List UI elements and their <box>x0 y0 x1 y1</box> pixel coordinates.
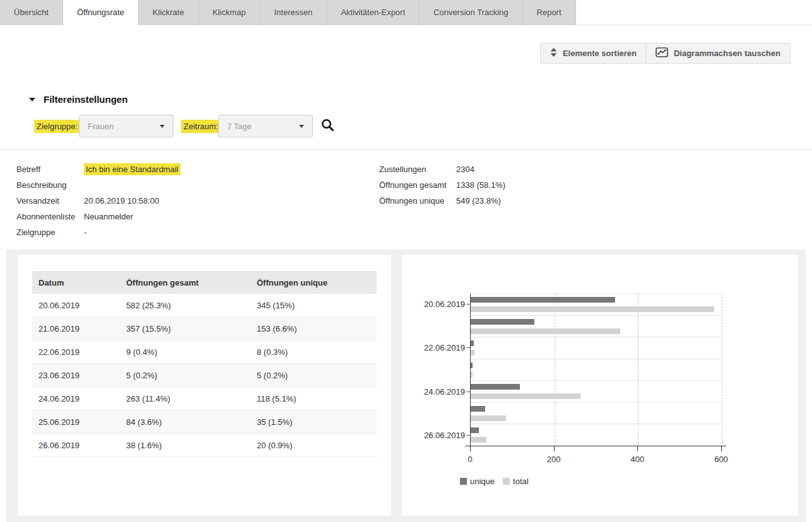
info-row-beschreibung: Beschreibung <box>16 177 180 193</box>
tab-bar: ÜbersichtÖffnungsrateKlickrateKlickmapIn… <box>0 0 812 25</box>
info-value: 1338 (58.1%) <box>456 180 505 190</box>
bar-unique-21-06-2019 <box>471 319 534 325</box>
tab-oeffnungsrate[interactable]: Öffnungsrate <box>63 0 139 25</box>
search-button[interactable] <box>320 118 335 133</box>
chart-plot <box>470 293 722 446</box>
chart-bar-group-26-06-2019 <box>471 424 722 446</box>
table-cell: 263 (11.4%) <box>120 387 250 410</box>
bar-total-25-06-2019 <box>471 415 506 421</box>
gridline-600 <box>722 294 722 446</box>
openings-chart-panel: 20.06.201922.06.201924.06.201926.06.2019… <box>402 255 798 516</box>
mailing-stats-right: Zustellungen2304Öffnungen gesamt1338 (58… <box>379 161 505 209</box>
info-value: 20.06.2019 10:58:00 <box>84 196 159 206</box>
info-label: Zielgruppe <box>16 228 84 237</box>
collapse-caret-icon <box>29 98 35 102</box>
tab-report[interactable]: Report <box>523 0 576 25</box>
table-cell: 38 (1.6%) <box>120 434 250 457</box>
info-label: Zustellungen <box>379 165 456 174</box>
swap-chart-axes-label: Diagrammachsen tauschen <box>674 49 780 58</box>
legend-item-unique: unique <box>460 477 495 486</box>
table-cell: 23.06.2019 <box>32 364 120 387</box>
chart-bar-group-20-06-2019 <box>471 294 722 316</box>
info-value: Ich bin eine Standardmail <box>84 165 180 174</box>
tab-interessen[interactable]: Interessen <box>260 0 327 25</box>
info-row-zustellungen: Zustellungen2304 <box>379 161 505 177</box>
legend-label: total <box>513 477 529 486</box>
table-cell: 20.06.2019 <box>32 294 120 317</box>
zeitraum-select[interactable]: 7 Tage <box>218 115 313 137</box>
zielgruppe-select[interactable]: Frauen <box>79 115 174 137</box>
zeitraum-selected-value: 7 Tage <box>227 122 252 131</box>
info-row-oeffnungen-gesamt: Öffnungen gesamt1338 (58.1%) <box>379 177 505 193</box>
x-axis-tick <box>554 446 555 451</box>
x-axis-label: 0 <box>468 455 472 464</box>
bar-total-22-06-2019 <box>471 350 474 356</box>
sort-arrows-icon <box>550 48 557 59</box>
zielgruppe-selected-value: Frauen <box>88 122 114 131</box>
line-chart-icon <box>656 47 668 59</box>
legend-item-total: total <box>503 477 529 486</box>
info-label: Öffnungen gesamt <box>379 180 456 190</box>
y-axis-label: 24.06.2019 <box>424 386 465 396</box>
bar-unique-26-06-2019 <box>471 427 479 433</box>
table-cell: 21.06.2019 <box>32 317 120 340</box>
x-axis-tick <box>470 446 471 451</box>
chevron-down-icon <box>299 125 304 128</box>
gridline-400 <box>638 294 638 446</box>
tab-klickmap[interactable]: Klickmap <box>199 0 261 25</box>
info-value: - <box>84 228 86 237</box>
table-row: 25.06.201984 (3.6%)35 (1.5%) <box>32 410 377 434</box>
bar-total-21-06-2019 <box>471 328 620 334</box>
info-value: Neuanmelder <box>84 212 133 221</box>
x-axis-tick <box>721 446 722 451</box>
chart-bar-group-22-06-2019 <box>471 337 722 359</box>
tab-klickrate[interactable]: Klickrate <box>139 0 199 25</box>
table-row: 20.06.2019582 (25.3%)345 (15%) <box>32 294 377 317</box>
sort-elements-button[interactable]: Elemente sortieren <box>540 43 647 64</box>
table-cell: 9 (0.4%) <box>120 340 250 364</box>
x-axis-tick <box>637 446 638 451</box>
table-cell: 35 (1.5%) <box>250 410 377 434</box>
table-cell: 5 (0.2%) <box>250 364 377 387</box>
tab-uebersicht[interactable]: Übersicht <box>0 0 63 25</box>
table-row: 24.06.2019263 (11.4%)118 (5.1%) <box>32 387 377 410</box>
table-cell: 5 (0.2%) <box>120 364 250 387</box>
bar-total-20-06-2019 <box>471 306 714 312</box>
filter-settings-toggle[interactable]: Filtereinstellungen <box>29 94 127 105</box>
filter-settings-heading: Filtereinstellungen <box>44 94 127 105</box>
bar-unique-24-06-2019 <box>471 384 520 390</box>
table-cell: 25.06.2019 <box>32 410 120 434</box>
info-row-zielgruppe: Zielgruppe- <box>16 224 180 240</box>
swap-chart-axes-button[interactable]: Diagrammachsen tauschen <box>645 43 791 64</box>
openings-table-panel: DatumÖffnungen gesamtÖffnungen unique 20… <box>18 255 391 516</box>
tab-aktivitaeten-export[interactable]: Aktivitäten-Export <box>327 0 420 25</box>
gridline-200 <box>555 294 555 446</box>
chevron-down-icon <box>160 125 165 128</box>
info-label: Versandzeit <box>16 196 84 206</box>
table-row: 26.06.201938 (1.6%)20 (0.9%) <box>32 434 377 457</box>
y-axis-label: 20.06.2019 <box>424 299 465 309</box>
legend-swatch-unique <box>460 478 467 485</box>
info-label: Abonnentenliste <box>16 212 84 221</box>
info-row-abonnentenliste: AbonnentenlisteNeuanmelder <box>16 209 180 224</box>
info-label: Beschreibung <box>16 180 84 190</box>
table-cell: 8 (0.3%) <box>250 340 377 364</box>
chart-x-axis: 0200400600 <box>470 446 721 472</box>
chart-legend: uniquetotal <box>460 477 529 486</box>
bar-unique-22-06-2019 <box>471 340 474 346</box>
tab-conversion-tracking[interactable]: Conversion Tracking <box>420 0 523 25</box>
results-section: DatumÖffnungen gesamtÖffnungen unique 20… <box>6 250 806 522</box>
chart-bar-group-23-06-2019 <box>471 359 722 381</box>
info-row-oeffnungen-unique: Öffnungen unique549 (23.8%) <box>379 193 505 209</box>
info-label: Öffnungen unique <box>379 196 456 206</box>
chart-bar-group-25-06-2019 <box>471 403 722 425</box>
column-header-datum: Datum <box>32 271 120 294</box>
table-cell: 357 (15.5%) <box>120 317 250 340</box>
table-row: 22.06.20199 (0.4%)8 (0.3%) <box>32 340 377 364</box>
y-axis-label: 22.06.2019 <box>424 343 465 352</box>
openings-table: DatumÖffnungen gesamtÖffnungen unique 20… <box>32 271 377 457</box>
table-cell: 26.06.2019 <box>32 434 120 457</box>
table-cell: 84 (3.6%) <box>120 410 250 434</box>
table-cell: 153 (6.6%) <box>250 317 377 340</box>
bar-total-23-06-2019 <box>471 372 473 378</box>
